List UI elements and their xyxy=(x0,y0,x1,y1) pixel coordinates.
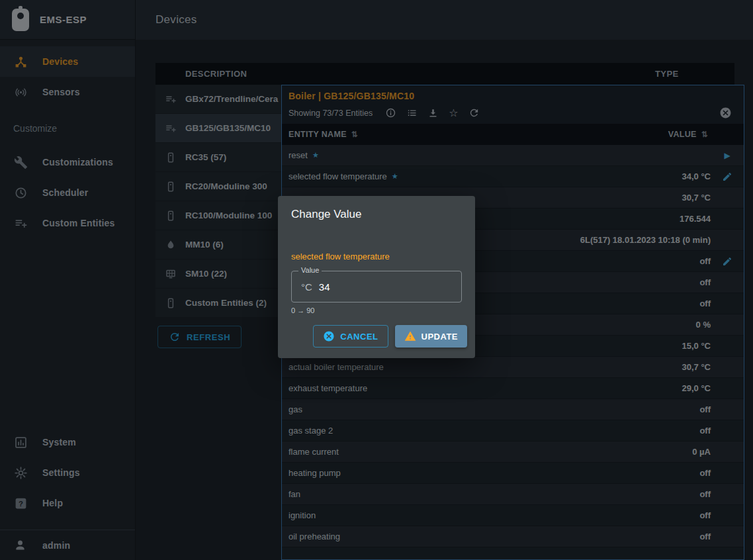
cancel-button[interactable]: CANCEL xyxy=(313,325,388,348)
update-button[interactable]: UPDATE xyxy=(395,325,467,348)
value-input-label: Value xyxy=(298,266,322,274)
dialog-actions: CANCEL UPDATE xyxy=(278,314,475,351)
value-input[interactable]: Value °C 34 xyxy=(291,271,462,303)
ems-esp-app: Devices EMS-ESP Devices Sensors Customiz… xyxy=(0,0,753,560)
value-range-hint: 0 → 90 xyxy=(291,306,462,314)
dialog-title: Change Value xyxy=(278,196,475,229)
value-current: 34 xyxy=(319,281,330,293)
dialog-entity-name: selected flow temperature xyxy=(278,229,475,261)
value-unit: °C xyxy=(301,281,312,293)
change-value-dialog: Change Value selected flow temperature V… xyxy=(278,196,475,358)
warning-triangle-icon xyxy=(404,330,416,342)
cancel-circle-icon xyxy=(323,330,335,342)
